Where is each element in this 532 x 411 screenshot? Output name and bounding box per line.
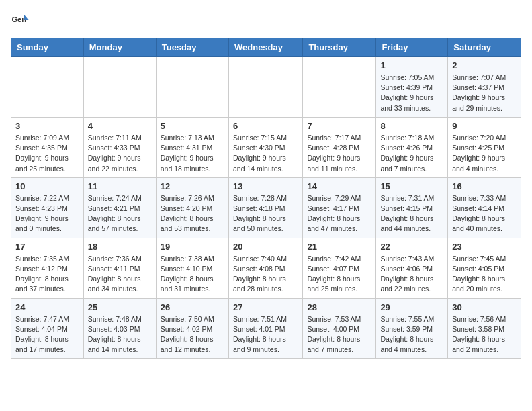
calendar-cell: 27Sunrise: 7:51 AM Sunset: 4:01 PM Dayli… bbox=[228, 298, 302, 359]
day-info: Sunrise: 7:47 AM Sunset: 4:04 PM Dayligh… bbox=[15, 314, 79, 355]
week-row-4: 24Sunrise: 7:47 AM Sunset: 4:04 PM Dayli… bbox=[11, 298, 521, 359]
day-info: Sunrise: 7:35 AM Sunset: 4:12 PM Dayligh… bbox=[15, 254, 79, 295]
day-number: 20 bbox=[233, 242, 298, 252]
day-number: 23 bbox=[452, 242, 517, 252]
day-info: Sunrise: 7:55 AM Sunset: 3:59 PM Dayligh… bbox=[380, 314, 443, 355]
day-info: Sunrise: 7:09 AM Sunset: 4:35 PM Dayligh… bbox=[15, 133, 79, 174]
day-number: 22 bbox=[380, 242, 443, 252]
day-info: Sunrise: 7:05 AM Sunset: 4:39 PM Dayligh… bbox=[380, 73, 443, 113]
calendar-cell: 3Sunrise: 7:09 AM Sunset: 4:35 PM Daylig… bbox=[11, 117, 84, 177]
day-info: Sunrise: 7:18 AM Sunset: 4:26 PM Dayligh… bbox=[380, 133, 443, 174]
day-number: 3 bbox=[15, 121, 79, 131]
weekday-header: SundayMondayTuesdayWednesdayThursdayFrid… bbox=[11, 38, 521, 57]
day-info: Sunrise: 7:40 AM Sunset: 4:08 PM Dayligh… bbox=[233, 254, 298, 295]
calendar-cell bbox=[303, 57, 376, 118]
calendar-cell: 12Sunrise: 7:26 AM Sunset: 4:20 PM Dayli… bbox=[156, 177, 228, 238]
day-info: Sunrise: 7:42 AM Sunset: 4:07 PM Dayligh… bbox=[307, 254, 371, 295]
calendar-cell: 24Sunrise: 7:47 AM Sunset: 4:04 PM Dayli… bbox=[11, 298, 84, 359]
day-info: Sunrise: 7:50 AM Sunset: 4:02 PM Dayligh… bbox=[161, 314, 224, 355]
calendar-cell bbox=[83, 57, 156, 118]
calendar-cell: 6Sunrise: 7:15 AM Sunset: 4:30 PM Daylig… bbox=[228, 117, 302, 177]
calendar-cell: 10Sunrise: 7:22 AM Sunset: 4:23 PM Dayli… bbox=[11, 177, 84, 238]
day-info: Sunrise: 7:20 AM Sunset: 4:25 PM Dayligh… bbox=[452, 133, 517, 174]
calendar-cell bbox=[228, 57, 302, 118]
calendar-cell: 7Sunrise: 7:17 AM Sunset: 4:28 PM Daylig… bbox=[303, 117, 376, 177]
day-number: 12 bbox=[161, 181, 224, 191]
calendar-cell: 22Sunrise: 7:43 AM Sunset: 4:06 PM Dayli… bbox=[376, 238, 448, 298]
day-number: 4 bbox=[88, 121, 152, 131]
day-info: Sunrise: 7:48 AM Sunset: 4:03 PM Dayligh… bbox=[88, 314, 152, 355]
day-number: 19 bbox=[161, 242, 224, 252]
logo-icon: Gen bbox=[11, 11, 30, 30]
calendar-cell: 29Sunrise: 7:55 AM Sunset: 3:59 PM Dayli… bbox=[376, 298, 448, 359]
day-number: 13 bbox=[233, 181, 298, 191]
calendar-cell: 2Sunrise: 7:07 AM Sunset: 4:37 PM Daylig… bbox=[448, 57, 521, 118]
calendar-cell: 9Sunrise: 7:20 AM Sunset: 4:25 PM Daylig… bbox=[448, 117, 521, 177]
header: Gen bbox=[11, 11, 521, 30]
day-info: Sunrise: 7:45 AM Sunset: 4:05 PM Dayligh… bbox=[452, 254, 517, 295]
calendar-cell: 19Sunrise: 7:38 AM Sunset: 4:10 PM Dayli… bbox=[156, 238, 228, 298]
calendar-cell: 15Sunrise: 7:31 AM Sunset: 4:15 PM Dayli… bbox=[376, 177, 448, 238]
day-info: Sunrise: 7:56 AM Sunset: 3:58 PM Dayligh… bbox=[452, 314, 517, 355]
weekday-friday: Friday bbox=[376, 38, 448, 57]
day-number: 10 bbox=[15, 181, 79, 191]
day-number: 29 bbox=[380, 302, 443, 312]
weekday-thursday: Thursday bbox=[303, 38, 376, 57]
week-row-0: 1Sunrise: 7:05 AM Sunset: 4:39 PM Daylig… bbox=[11, 57, 521, 118]
weekday-saturday: Saturday bbox=[448, 38, 521, 57]
calendar-cell: 21Sunrise: 7:42 AM Sunset: 4:07 PM Dayli… bbox=[303, 238, 376, 298]
calendar-cell bbox=[156, 57, 228, 118]
day-info: Sunrise: 7:33 AM Sunset: 4:14 PM Dayligh… bbox=[452, 193, 517, 234]
calendar-cell: 25Sunrise: 7:48 AM Sunset: 4:03 PM Dayli… bbox=[83, 298, 156, 359]
day-info: Sunrise: 7:28 AM Sunset: 4:18 PM Dayligh… bbox=[233, 193, 298, 234]
calendar-cell bbox=[11, 57, 84, 118]
week-row-1: 3Sunrise: 7:09 AM Sunset: 4:35 PM Daylig… bbox=[11, 117, 521, 177]
day-info: Sunrise: 7:38 AM Sunset: 4:10 PM Dayligh… bbox=[161, 254, 224, 295]
day-info: Sunrise: 7:17 AM Sunset: 4:28 PM Dayligh… bbox=[307, 133, 371, 174]
day-number: 18 bbox=[88, 242, 152, 252]
calendar-cell: 23Sunrise: 7:45 AM Sunset: 4:05 PM Dayli… bbox=[448, 238, 521, 298]
day-info: Sunrise: 7:24 AM Sunset: 4:21 PM Dayligh… bbox=[88, 193, 152, 234]
calendar-cell: 14Sunrise: 7:29 AM Sunset: 4:17 PM Dayli… bbox=[303, 177, 376, 238]
calendar-cell: 30Sunrise: 7:56 AM Sunset: 3:58 PM Dayli… bbox=[448, 298, 521, 359]
day-info: Sunrise: 7:13 AM Sunset: 4:31 PM Dayligh… bbox=[161, 133, 224, 174]
day-info: Sunrise: 7:51 AM Sunset: 4:01 PM Dayligh… bbox=[233, 314, 298, 355]
calendar-cell: 5Sunrise: 7:13 AM Sunset: 4:31 PM Daylig… bbox=[156, 117, 228, 177]
logo: Gen bbox=[11, 11, 32, 30]
day-number: 26 bbox=[161, 302, 224, 312]
weekday-tuesday: Tuesday bbox=[156, 38, 228, 57]
calendar-cell: 4Sunrise: 7:11 AM Sunset: 4:33 PM Daylig… bbox=[83, 117, 156, 177]
day-info: Sunrise: 7:53 AM Sunset: 4:00 PM Dayligh… bbox=[307, 314, 371, 355]
day-number: 6 bbox=[233, 121, 298, 131]
day-info: Sunrise: 7:36 AM Sunset: 4:11 PM Dayligh… bbox=[88, 254, 152, 295]
calendar: SundayMondayTuesdayWednesdayThursdayFrid… bbox=[11, 38, 521, 359]
day-number: 17 bbox=[15, 242, 79, 252]
day-number: 8 bbox=[380, 121, 443, 131]
day-number: 1 bbox=[380, 60, 443, 71]
day-info: Sunrise: 7:43 AM Sunset: 4:06 PM Dayligh… bbox=[380, 254, 443, 295]
week-row-3: 17Sunrise: 7:35 AM Sunset: 4:12 PM Dayli… bbox=[11, 238, 521, 298]
day-number: 11 bbox=[88, 181, 152, 191]
calendar-cell: 13Sunrise: 7:28 AM Sunset: 4:18 PM Dayli… bbox=[228, 177, 302, 238]
day-number: 14 bbox=[307, 181, 371, 191]
day-number: 7 bbox=[307, 121, 371, 131]
day-number: 9 bbox=[452, 121, 517, 131]
calendar-cell: 17Sunrise: 7:35 AM Sunset: 4:12 PM Dayli… bbox=[11, 238, 84, 298]
day-info: Sunrise: 7:11 AM Sunset: 4:33 PM Dayligh… bbox=[88, 133, 152, 174]
day-number: 16 bbox=[452, 181, 517, 191]
calendar-cell: 28Sunrise: 7:53 AM Sunset: 4:00 PM Dayli… bbox=[303, 298, 376, 359]
day-info: Sunrise: 7:07 AM Sunset: 4:37 PM Dayligh… bbox=[452, 73, 517, 113]
weekday-monday: Monday bbox=[83, 38, 156, 57]
day-info: Sunrise: 7:15 AM Sunset: 4:30 PM Dayligh… bbox=[233, 133, 298, 174]
week-row-2: 10Sunrise: 7:22 AM Sunset: 4:23 PM Dayli… bbox=[11, 177, 521, 238]
day-number: 21 bbox=[307, 242, 371, 252]
day-number: 5 bbox=[161, 121, 224, 131]
calendar-cell: 26Sunrise: 7:50 AM Sunset: 4:02 PM Dayli… bbox=[156, 298, 228, 359]
day-number: 25 bbox=[88, 302, 152, 312]
day-info: Sunrise: 7:31 AM Sunset: 4:15 PM Dayligh… bbox=[380, 193, 443, 234]
day-number: 24 bbox=[15, 302, 79, 312]
calendar-cell: 1Sunrise: 7:05 AM Sunset: 4:39 PM Daylig… bbox=[376, 57, 448, 118]
day-info: Sunrise: 7:22 AM Sunset: 4:23 PM Dayligh… bbox=[15, 193, 79, 234]
day-number: 28 bbox=[307, 302, 371, 312]
day-number: 15 bbox=[380, 181, 443, 191]
